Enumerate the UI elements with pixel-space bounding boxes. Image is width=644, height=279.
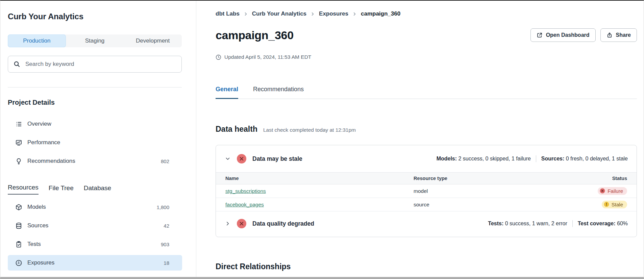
table-header: Name Resource type Status (216, 172, 637, 184)
sidebar-item-performance[interactable]: Performance (8, 135, 182, 150)
monitor-chart-icon (15, 139, 22, 146)
sidebar-item-label: Exposures (27, 259, 54, 266)
data-health-last-check: Last check completed today at 12:31pm (263, 127, 356, 133)
sidebar-item-label: Models (27, 204, 46, 210)
tab-recommendations[interactable]: Recommendations (253, 85, 304, 99)
page-title: campaign_360 (216, 28, 294, 43)
test-coverage-value: 60% (616, 221, 628, 226)
environment-tabs: Production Staging Development (8, 34, 182, 47)
data-health-card: Data may be stale Models: 2 success, 0 s… (216, 145, 637, 237)
column-header-resource-type: Resource type (414, 176, 563, 181)
table-body: stg_subscriptions model Failur (216, 184, 637, 211)
share-label: Share (616, 32, 631, 38)
search-box[interactable] (8, 56, 182, 73)
project-details-heading: Project Details (8, 98, 182, 107)
project-details-list: Overview Performance (8, 116, 182, 169)
clipboard-check-icon (15, 241, 22, 248)
search-input[interactable] (25, 60, 176, 68)
sidebar-item-count: 18 (164, 260, 169, 266)
env-tab-staging[interactable]: Staging (66, 34, 124, 47)
breadcrumb: dbt Labs Curb Your Analytics Exposures c… (216, 10, 637, 18)
tab-resources[interactable]: Resources (8, 184, 39, 195)
sidebar-divider (8, 87, 182, 87)
share-icon (606, 32, 613, 38)
lightbulb-icon (15, 158, 22, 165)
tests-label: Tests: (488, 221, 503, 226)
resource-type-cell: model (414, 188, 563, 194)
sidebar-item-sources[interactable]: Sources 42 (8, 218, 182, 233)
test-coverage-label: Test coverage: (578, 221, 616, 226)
env-tab-development[interactable]: Development (124, 34, 182, 47)
sidebar-item-exposures[interactable]: Exposures 18 (8, 255, 182, 271)
direct-relationships-heading: Direct Relationships (216, 261, 637, 272)
sidebar-item-label: Sources (27, 222, 48, 229)
sidebar-item-overview[interactable]: Overview (8, 116, 182, 132)
chevron-right-icon (352, 11, 357, 17)
table-row: stg_subscriptions model Failur (216, 184, 637, 198)
sidebar-item-tests[interactable]: Tests 903 (8, 236, 182, 252)
sidebar-item-count: 903 (161, 242, 169, 247)
sidebar-item-recommendations[interactable]: Recommendations 802 (8, 153, 182, 169)
header-actions: Open Dashboard Share (530, 28, 637, 42)
error-circle-icon (237, 154, 247, 164)
sources-label: Sources: (541, 156, 564, 161)
quality-section-title: Data quality degraded (252, 220, 314, 227)
chevron-down-icon[interactable] (225, 156, 231, 162)
search-icon (14, 61, 20, 68)
env-tab-production[interactable]: Production (8, 34, 66, 47)
column-header-name: Name (225, 176, 414, 181)
sidebar-item-count: 802 (161, 158, 169, 164)
breadcrumb-project[interactable]: Curb Your Analytics (252, 10, 306, 18)
sources-value: 0 fresh, 0 delayed, 1 stale (564, 156, 628, 161)
cube-icon (15, 204, 22, 211)
tab-general[interactable]: General (216, 85, 238, 99)
open-dashboard-button[interactable]: Open Dashboard (530, 28, 596, 42)
tab-file-tree[interactable]: File Tree (49, 184, 74, 195)
project-title: Curb Your Analytics (8, 11, 182, 22)
stale-section-row[interactable]: Data may be stale Models: 2 success, 0 s… (216, 145, 637, 172)
share-button[interactable]: Share (600, 28, 637, 42)
detail-tabs: General Recommendations (216, 85, 637, 99)
app-window: Curb Your Analytics Production Staging D… (0, 1, 644, 277)
status-badge-failure: Failure (598, 187, 627, 195)
data-health-title: Data health (216, 124, 257, 134)
error-circle-icon (237, 219, 247, 229)
sidebar-item-count: 1,800 (156, 204, 169, 210)
status-badge-label: Stale (612, 202, 623, 207)
quality-section-summary: Tests: 0 success, 1 warn, 2 error Test c… (488, 220, 628, 227)
chevron-right-icon[interactable] (225, 221, 231, 227)
table-row: facebook_pages source (216, 198, 637, 211)
summary-divider (536, 155, 536, 162)
resources-list: Models 1,800 Sources 42 (8, 199, 182, 271)
resource-type-cell: source (414, 202, 563, 208)
main-content: dbt Labs Curb Your Analytics Exposures c… (196, 1, 644, 277)
quality-section-row[interactable]: Data quality degraded Tests: 0 success, … (216, 211, 637, 237)
models-value: 2 success, 0 skipped, 1 failure (457, 156, 531, 161)
sidebar-item-label: Overview (27, 121, 51, 127)
summary-divider (572, 220, 573, 227)
tab-database[interactable]: Database (84, 184, 111, 195)
sidebar-item-models[interactable]: Models 1,800 (8, 199, 182, 215)
tests-value: 0 success, 1 warn, 2 error (503, 221, 567, 226)
sidebar-item-count: 42 (164, 223, 169, 229)
breadcrumb-exposures[interactable]: Exposures (319, 10, 348, 18)
sidebar: Curb Your Analytics Production Staging D… (0, 1, 196, 277)
data-health-header: Data health Last check completed today a… (216, 124, 637, 134)
chevron-right-icon (243, 11, 248, 17)
x-circle-icon (600, 188, 605, 194)
sidebar-item-label: Tests (27, 241, 41, 248)
warning-circle-icon (604, 202, 609, 207)
breadcrumb-current: campaign_360 (361, 10, 400, 18)
status-badge-label: Failure (608, 188, 623, 194)
sidebar-item-label: Performance (27, 139, 60, 146)
gauge-icon (15, 259, 22, 267)
stale-section-summary: Models: 2 success, 0 skipped, 1 failure … (437, 155, 628, 162)
updated-timestamp: Updated April 5, 2024, 11:53 AM EDT (216, 54, 637, 60)
list-icon (15, 121, 22, 128)
stale-resources-table: Name Resource type Status stg_subscripti… (216, 172, 637, 211)
open-dashboard-label: Open Dashboard (546, 32, 590, 38)
breadcrumb-dbt-labs[interactable]: dbt Labs (216, 10, 240, 18)
resource-link-stg-subscriptions[interactable]: stg_subscriptions (225, 188, 266, 194)
resource-link-facebook-pages[interactable]: facebook_pages (225, 202, 264, 207)
column-header-status: Status (612, 176, 627, 181)
